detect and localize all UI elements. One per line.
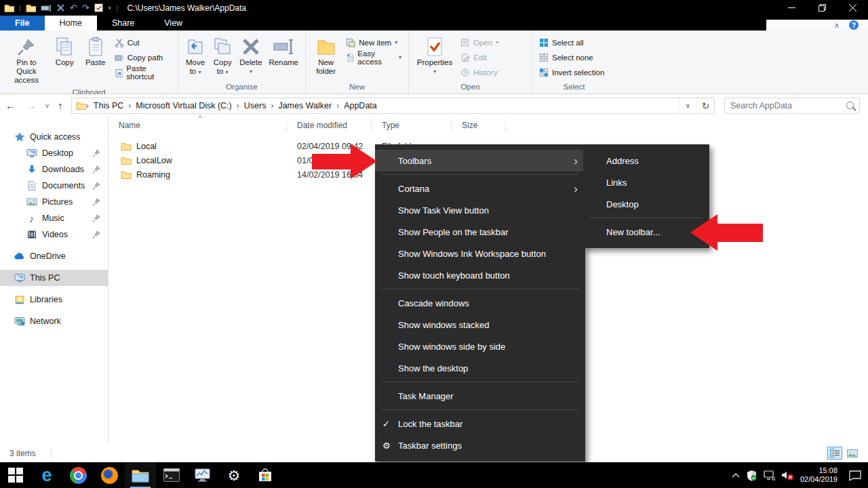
qat-undo-icon[interactable]: ↶ — [70, 3, 77, 12]
breadcrumb-this-pc[interactable]: This PC — [89, 101, 128, 110]
taskbar-clock[interactable]: 15:08 02/04/2019 — [800, 466, 837, 484]
tab-home[interactable]: Home — [45, 16, 97, 30]
menu-item-lock-the-taskbar[interactable]: ✓ Lock the taskbar — [375, 413, 585, 434]
help-icon[interactable]: ? — [849, 20, 859, 30]
sidebar-item-onedrive[interactable]: OneDrive — [0, 248, 108, 264]
back-button[interactable]: ← — [0, 100, 21, 111]
sidebar-item-this-pc[interactable]: This PC — [0, 270, 108, 286]
menu-item-show-ink-workspace[interactable]: Show Windows Ink Workspace button — [375, 243, 585, 264]
submenu-item-desktop[interactable]: Desktop — [583, 193, 709, 215]
taskbar-settings-icon[interactable]: ⚙ — [218, 462, 250, 488]
search-icon[interactable] — [846, 102, 854, 109]
details-view-button[interactable] — [827, 447, 842, 460]
new-item-button[interactable]: New item ▾ — [343, 36, 404, 49]
rename-button[interactable]: Rename — [267, 34, 301, 68]
copy-to-button[interactable]: Copy to ▾ — [210, 34, 235, 78]
easy-access-button[interactable]: Easy access ▾ — [343, 51, 404, 64]
address-dropdown-chevron-icon[interactable]: ∨ — [679, 98, 696, 113]
paste-shortcut-button[interactable]: Paste shortcut — [112, 66, 174, 79]
tray-defender-shield-icon[interactable] — [746, 470, 757, 481]
paste-button[interactable]: Paste — [81, 34, 111, 68]
action-center-icon[interactable] — [844, 470, 861, 481]
sidebar-item-pictures[interactable]: Pictures — [0, 194, 108, 210]
menu-item-show-touch-keyboard[interactable]: Show touch keyboard button — [375, 264, 585, 286]
history-button[interactable]: History — [458, 66, 501, 79]
tray-show-hidden-icons-chevron[interactable] — [732, 472, 740, 478]
qat-properties-icon[interactable] — [94, 3, 103, 12]
address-bar[interactable]: › This PC › Microsoft Virtual Disk (C:) … — [71, 98, 715, 114]
select-none-button[interactable]: Select none — [536, 51, 607, 64]
search-box[interactable] — [724, 98, 860, 114]
sidebar-item-downloads[interactable]: Downloads — [0, 161, 108, 178]
tab-share[interactable]: Share — [97, 16, 149, 30]
taskbar-firefox-icon[interactable] — [94, 462, 125, 488]
start-button[interactable] — [0, 462, 31, 488]
tab-view[interactable]: View — [149, 16, 197, 30]
column-header-date-modified[interactable]: Date modified — [287, 119, 372, 132]
tab-file[interactable]: File — [0, 16, 45, 30]
taskbar-store-icon[interactable] — [250, 462, 281, 488]
qat-redo-icon[interactable]: ↷ — [82, 3, 90, 12]
qat-rename-icon[interactable] — [41, 3, 52, 13]
cut-button[interactable]: Cut — [112, 36, 174, 49]
up-button[interactable]: ↑ — [52, 100, 68, 111]
copy-button[interactable]: Copy — [50, 34, 79, 68]
submenu-item-address[interactable]: Address — [583, 150, 709, 171]
menu-item-cortana[interactable]: Cortana › — [375, 178, 585, 199]
large-icons-view-button[interactable] — [845, 447, 860, 460]
new-item-label: New item — [359, 39, 391, 47]
sidebar-item-music[interactable]: ♪ Music — [0, 210, 108, 226]
copy-path-button[interactable]: Copy path — [112, 51, 174, 64]
taskbar-task-manager-icon[interactable] — [187, 462, 218, 488]
recent-locations-chevron-icon[interactable]: ∨ — [42, 102, 52, 109]
menu-item-show-the-desktop[interactable]: Show the desktop — [375, 357, 585, 379]
taskbar-edge-icon[interactable]: e — [31, 462, 62, 488]
qat-new-folder-icon[interactable] — [26, 3, 36, 13]
search-input[interactable] — [730, 101, 846, 110]
move-to-button[interactable]: Move to ▾ — [182, 34, 208, 78]
menu-item-toolbars[interactable]: Toolbars › — [375, 150, 585, 171]
edit-button[interactable]: Edit — [458, 51, 501, 64]
submenu-item-links[interactable]: Links — [583, 171, 709, 193]
invert-selection-button[interactable]: Invert selection — [536, 66, 607, 79]
breadcrumb-appdata[interactable]: AppData — [339, 101, 382, 110]
breadcrumb-james-walker[interactable]: James Walker — [273, 101, 336, 110]
minimize-button[interactable] — [776, 0, 807, 16]
select-all-button[interactable]: Select all — [536, 36, 607, 49]
menu-item-show-windows-stacked[interactable]: Show windows stacked — [375, 314, 585, 336]
menu-item-cascade-windows[interactable]: Cascade windows — [375, 292, 585, 314]
new-folder-button[interactable]: New folder — [310, 34, 342, 77]
restore-button[interactable] — [807, 0, 837, 16]
close-button[interactable] — [837, 0, 868, 16]
taskbar-chrome-icon[interactable] — [62, 462, 94, 488]
collapse-ribbon-icon[interactable]: ∧ — [834, 22, 840, 29]
open-button[interactable]: Open ▾ — [458, 36, 501, 49]
menu-item-taskbar-settings[interactable]: ⚙ Taskbar settings — [375, 434, 585, 456]
taskbar-file-explorer-icon[interactable] — [125, 462, 156, 488]
pin-to-quick-access-button[interactable]: Pin to Quick access — [4, 34, 49, 86]
column-header-type[interactable]: Type — [372, 119, 452, 132]
sidebar-item-documents[interactable]: Documents — [0, 178, 108, 194]
sidebar-item-quick-access[interactable]: Quick access — [0, 129, 108, 145]
menu-item-show-windows-side-by-side[interactable]: Show windows side by side — [375, 336, 585, 357]
sidebar-item-libraries[interactable]: Libraries — [0, 291, 108, 308]
menu-item-show-task-view[interactable]: Show Task View button — [375, 199, 585, 221]
column-header-size[interactable]: Size — [452, 119, 506, 132]
refresh-icon[interactable]: ↻ — [696, 98, 714, 113]
breadcrumb-users[interactable]: Users — [239, 101, 271, 110]
menu-item-show-people[interactable]: Show People on the taskbar — [375, 221, 585, 243]
forward-button[interactable]: → — [21, 100, 42, 111]
sidebar-item-network[interactable]: Network — [0, 313, 108, 329]
qat-delete-icon[interactable] — [56, 3, 65, 12]
menu-item-task-manager[interactable]: Task Manager — [375, 385, 585, 407]
delete-button[interactable]: Delete ▾ — [237, 34, 264, 77]
qat-customize-chevron-icon[interactable]: ∨ — [108, 5, 112, 11]
taskbar-command-prompt-icon[interactable] — [156, 462, 187, 488]
sidebar-item-videos[interactable]: Videos — [0, 226, 108, 243]
sidebar-item-desktop[interactable]: Desktop — [0, 145, 108, 161]
column-header-name[interactable]: Name — [108, 119, 287, 132]
breadcrumb-drive[interactable]: Microsoft Virtual Disk (C:) — [131, 101, 236, 110]
tray-network-icon[interactable] — [764, 470, 775, 481]
tray-volume-muted-icon[interactable] — [781, 470, 794, 481]
properties-button[interactable]: Properties ▾ — [413, 34, 456, 77]
